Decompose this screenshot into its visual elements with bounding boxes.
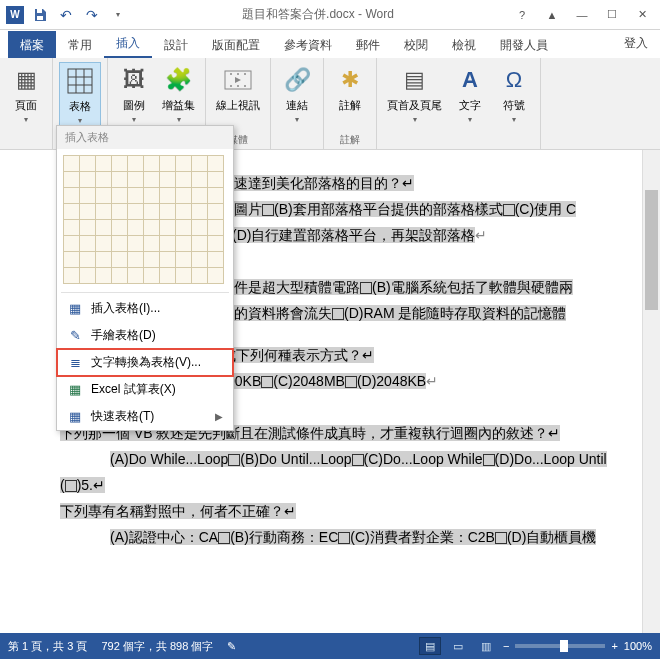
svg-rect-2 xyxy=(68,69,92,93)
menu-excel[interactable]: ▦ Excel 試算表(X) xyxy=(57,376,233,403)
svg-point-8 xyxy=(230,73,232,75)
tab-mailings[interactable]: 郵件 xyxy=(344,31,392,58)
tab-design[interactable]: 設計 xyxy=(152,31,200,58)
pages-icon: ▦ xyxy=(10,64,42,96)
symbols-label: 符號 xyxy=(503,98,525,113)
table-dropdown-menu: 插入表格 ▦ 插入表格(I)... ✎ 手繪表格(D) ≣ 文字轉換為表格(V)… xyxy=(56,125,234,431)
header-footer-label: 頁首及頁尾 xyxy=(387,98,442,113)
window-title: 題目和答案合併.docx - Word xyxy=(128,6,508,23)
menu-item-label: 快速表格(T) xyxy=(91,408,154,425)
symbols-icon: Ω xyxy=(498,64,530,96)
video-label: 線上視訊 xyxy=(216,98,260,113)
view-web-layout-icon[interactable]: ▥ xyxy=(475,637,497,655)
help-icon[interactable]: ? xyxy=(508,4,536,26)
minimize-icon[interactable]: — xyxy=(568,4,596,26)
symbols-button[interactable]: Ω 符號 ▾ xyxy=(494,62,534,126)
video-icon xyxy=(222,64,254,96)
header-footer-icon: ▤ xyxy=(399,64,431,96)
svg-point-12 xyxy=(237,85,239,87)
links-label: 連結 xyxy=(286,98,308,113)
vertical-scrollbar[interactable] xyxy=(642,150,660,633)
status-page[interactable]: 第 1 頁，共 3 頁 xyxy=(8,639,87,654)
menu-item-label: 手繪表格(D) xyxy=(91,327,156,344)
zoom-in-icon[interactable]: + xyxy=(611,640,617,652)
menu-item-label: Excel 試算表(X) xyxy=(91,381,176,398)
links-button[interactable]: 🔗 連結 ▾ xyxy=(277,62,317,126)
pages-button[interactable]: ▦ 頁面 ▾ xyxy=(6,62,46,126)
text-label: 文字 xyxy=(459,98,481,113)
table-button[interactable]: 表格 ▾ xyxy=(59,62,101,128)
table-grid-picker[interactable] xyxy=(57,149,233,290)
svg-point-9 xyxy=(237,73,239,75)
svg-marker-14 xyxy=(235,77,241,83)
svg-point-13 xyxy=(244,85,246,87)
table-label: 表格 xyxy=(69,99,91,114)
menu-quick-tables[interactable]: ▦ 快速表格(T) ▶ xyxy=(57,403,233,430)
quick-tables-icon: ▦ xyxy=(67,409,83,425)
comments-icon: ✱ xyxy=(334,64,366,96)
pages-label: 頁面 xyxy=(15,98,37,113)
convert-text-icon: ≣ xyxy=(67,355,83,371)
tab-review[interactable]: 校閱 xyxy=(392,31,440,58)
view-read-mode-icon[interactable]: ▭ xyxy=(447,637,469,655)
doc-text: 下列專有名稱對照中，何者不正確？↵ xyxy=(60,503,296,519)
tab-home[interactable]: 常用 xyxy=(56,31,104,58)
illustrations-label: 圖例 xyxy=(123,98,145,113)
ribbon-tabs: 檔案 常用 插入 設計 版面配置 參考資料 郵件 校閱 檢視 開發人員 登入 xyxy=(0,30,660,58)
menu-convert-text[interactable]: ≣ 文字轉換為表格(V)... xyxy=(57,349,233,376)
svg-point-11 xyxy=(230,85,232,87)
status-proofing-icon[interactable]: ✎ xyxy=(227,640,236,653)
qat-customize-icon[interactable]: ▾ xyxy=(108,5,128,25)
illustrations-icon: 🖼 xyxy=(118,64,150,96)
comments-button[interactable]: ✱ 註解 xyxy=(330,62,370,115)
online-video-button[interactable]: 線上視訊 xyxy=(212,62,264,115)
addins-label: 增益集 xyxy=(162,98,195,113)
text-button[interactable]: A 文字 ▾ xyxy=(450,62,490,126)
zoom-level[interactable]: 100% xyxy=(624,640,652,652)
tab-layout[interactable]: 版面配置 xyxy=(200,31,272,58)
menu-item-label: 插入表格(I)... xyxy=(91,300,160,317)
zoom-out-icon[interactable]: − xyxy=(503,640,509,652)
group-comments-label: 註解 xyxy=(340,131,360,147)
tab-insert[interactable]: 插入 xyxy=(104,29,152,58)
addins-button[interactable]: 🧩 增益集 ▾ xyxy=(158,62,199,126)
links-icon: 🔗 xyxy=(281,64,313,96)
undo-icon[interactable]: ↶ xyxy=(56,5,76,25)
close-icon[interactable]: ✕ xyxy=(628,4,656,26)
statusbar: 第 1 頁，共 3 頁 792 個字，共 898 個字 ✎ ▤ ▭ ▥ − + … xyxy=(0,633,660,659)
doc-text: 快速達到美化部落格的目的？↵ xyxy=(220,175,414,191)
comments-label: 註解 xyxy=(339,98,361,113)
menu-title: 插入表格 xyxy=(57,126,233,149)
redo-icon[interactable]: ↷ xyxy=(82,5,102,25)
menu-insert-table[interactable]: ▦ 插入表格(I)... xyxy=(57,295,233,322)
save-icon[interactable] xyxy=(30,5,50,25)
text-icon: A xyxy=(454,64,486,96)
login-link[interactable]: 登入 xyxy=(612,29,660,58)
status-words[interactable]: 792 個字，共 898 個字 xyxy=(101,639,213,654)
maximize-icon[interactable]: ☐ xyxy=(598,4,626,26)
tab-references[interactable]: 參考資料 xyxy=(272,31,344,58)
tab-file[interactable]: 檔案 xyxy=(8,31,56,58)
insert-table-icon: ▦ xyxy=(67,301,83,317)
excel-icon: ▦ xyxy=(67,382,83,398)
tab-developer[interactable]: 開發人員 xyxy=(488,31,560,58)
chevron-right-icon: ▶ xyxy=(215,411,223,422)
menu-item-label: 文字轉換為表格(V)... xyxy=(91,354,201,371)
word-app-icon: W xyxy=(6,6,24,24)
illustrations-button[interactable]: 🖼 圖例 ▾ xyxy=(114,62,154,126)
draw-table-icon: ✎ xyxy=(67,328,83,344)
header-footer-button[interactable]: ▤ 頁首及頁尾 ▾ xyxy=(383,62,446,126)
svg-point-10 xyxy=(244,73,246,75)
svg-rect-0 xyxy=(37,9,42,13)
svg-rect-1 xyxy=(37,16,43,20)
titlebar: W ↶ ↷ ▾ 題目和答案合併.docx - Word ? ▲ — ☐ ✕ xyxy=(0,0,660,30)
scroll-thumb[interactable] xyxy=(645,190,658,310)
addins-icon: 🧩 xyxy=(163,64,195,96)
table-icon xyxy=(64,65,96,97)
tab-view[interactable]: 檢視 xyxy=(440,31,488,58)
menu-draw-table[interactable]: ✎ 手繪表格(D) xyxy=(57,322,233,349)
ribbon-options-icon[interactable]: ▲ xyxy=(538,4,566,26)
view-print-layout-icon[interactable]: ▤ xyxy=(419,637,441,655)
zoom-slider[interactable] xyxy=(515,644,605,648)
